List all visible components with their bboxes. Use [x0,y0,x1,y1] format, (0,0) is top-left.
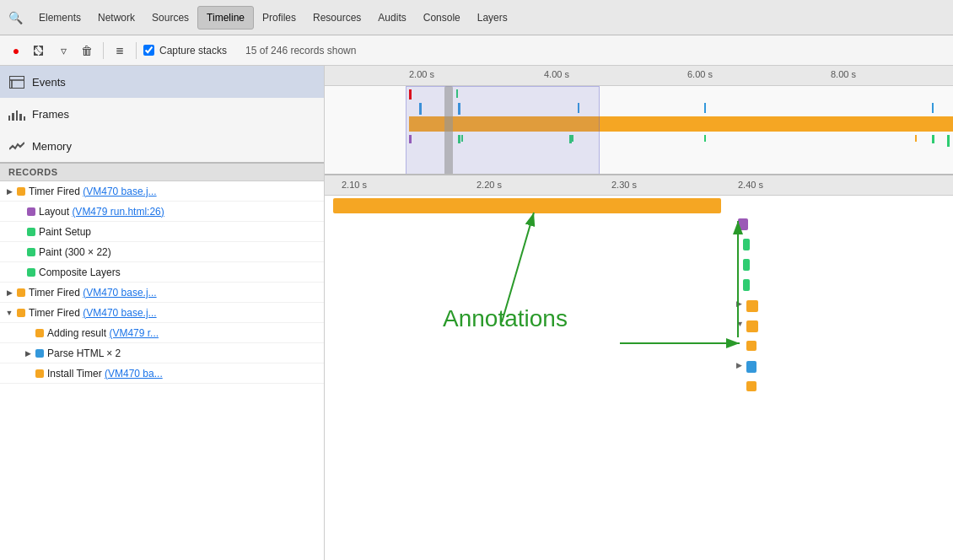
sidebar: Events Frames Me [0,66,325,560]
detail-dot-composite [743,279,750,291]
overview-content [325,86,953,175]
detail-bar-timer-2 [746,300,758,312]
frames-icon [8,105,25,122]
sidebar-memory[interactable]: Memory [0,130,324,162]
svg-line-4 [502,213,534,322]
ruler-mark-8s: 8.00 s [831,69,856,79]
ov-tick-green8 [947,135,950,147]
clear-button[interactable]: 🗑 [78,41,96,60]
timeline-area: 2.00 s 4.00 s 6.00 s 8.00 s [325,66,953,560]
record-color [27,207,35,216]
record-text: Timer Fired (VM470 base.j... [29,287,157,299]
record-row[interactable]: ▶ Parse HTML × 2 [0,343,324,363]
nav-timeline[interactable]: Timeline [197,6,254,30]
record-row[interactable]: ▶ Timer Fired (VM470 base.j... [0,283,324,303]
overview[interactable]: 2.00 s 4.00 s 6.00 s 8.00 s [325,66,953,175]
ov-tick-green6 [704,135,706,142]
separator-1 [103,42,104,59]
record-text: Layout (VM479 run.html:26) [39,206,164,218]
ov-scroll-handle[interactable] [444,86,453,175]
record-color [27,248,35,256]
records-header: RECORDS [0,164,324,181]
separator-2 [136,42,137,59]
detail-dot-layout [738,218,748,230]
detail-expand-arrow-2: ▼ [736,320,744,328]
toolbar: ● ⛞ ▿ 🗑 ≣ Capture stacks 15 of 246 recor… [0,35,953,66]
arrows-overlay [325,196,953,560]
record-color [27,268,35,277]
ov-tick-orange [915,135,917,142]
record-color [17,288,25,297]
sidebar-events[interactable]: Events [0,66,324,98]
detail-mark-220: 2.20 s [476,180,502,190]
record-color [17,309,25,317]
record-text: Install Timer (VM470 ba... [47,368,163,380]
capture-stacks-label: Capture stacks [159,45,227,57]
nav-network[interactable]: Network [89,7,143,29]
stop-button[interactable]: ⛞ [30,41,49,60]
detail-expand-arrow-1: ▶ [736,299,742,308]
detail-dot-adding-result [746,341,756,351]
capture-stacks-checkbox[interactable] [143,45,154,56]
ruler-mark-2s: 2.00 s [409,69,434,79]
frames-label: Frames [32,108,69,121]
expand-icon[interactable]: ▶ [5,187,13,196]
record-text: Adding result (VM479 r... [47,327,159,339]
flame-chart-button[interactable]: ≣ [110,41,129,60]
record-text: Parse HTML × 2 [47,347,121,359]
nav-audits[interactable]: Audits [369,7,414,29]
nav-profiles[interactable]: Profiles [254,7,304,29]
sidebar-frames[interactable]: Frames [0,98,324,130]
detail-mark-240: 2.40 s [738,180,763,190]
record-row[interactable]: ▶ Paint Setup [0,222,324,242]
main-area: Events Frames Me [0,66,953,560]
capture-stacks-control: Capture stacks [143,45,227,57]
memory-icon [8,137,25,154]
detail-dot-paint-setup [743,239,750,250]
detail-timeline[interactable]: ▶ ▼ ▶ Annotations [325,196,953,560]
nav-elements[interactable]: Elements [30,7,89,29]
record-row[interactable]: ▶ Adding result (VM479 r... [0,323,324,343]
record-row[interactable]: ▶ Timer Fired (VM470 base.j... [0,181,324,202]
record-text: Paint Setup [39,226,91,238]
top-nav: 🔍 Elements Network Sources Timeline Prof… [0,0,953,35]
search-icon[interactable]: 🔍 [7,9,24,26]
ruler-mark-4s: 4.00 s [544,69,569,79]
record-color [35,329,44,337]
nav-resources[interactable]: Resources [304,7,369,29]
record-row[interactable]: ▶ Layout (VM479 run.html:26) [0,202,324,222]
ov-tick-blue5 [932,103,934,113]
detail-dot-install-timer [746,381,756,391]
nav-console[interactable]: Console [415,7,469,29]
detail-dot-paint [743,259,750,271]
filter-button[interactable]: ▿ [54,41,73,60]
record-row[interactable]: ▶ Composite Layers [0,262,324,283]
detail-ruler: 2.10 s 2.20 s 2.30 s 2.40 s [325,175,953,196]
record-color [35,369,44,378]
record-text: Paint (300 × 22) [39,246,111,258]
ov-tick-blue4 [704,103,706,113]
record-row[interactable]: ▶ Paint (300 × 22) [0,242,324,262]
annotation-text: Annotations [443,305,568,332]
memory-label: Memory [32,140,72,153]
nav-layers[interactable]: Layers [469,7,516,29]
detail-dot-parse-html [746,361,756,373]
detail-mark-210: 2.10 s [342,180,367,190]
expand-icon[interactable]: ▶ [24,349,32,358]
record-color [35,349,44,358]
events-label: Events [32,76,66,89]
ruler-mark-6s: 6.00 s [687,69,713,79]
overview-ruler: 2.00 s 4.00 s 6.00 s 8.00 s [325,66,953,86]
record-row[interactable]: ▼ Timer Fired (VM470 base.j... [0,303,324,323]
expand-icon[interactable]: ▶ [5,288,13,297]
record-color [17,187,25,196]
ov-tick-green7 [932,135,934,143]
records-list: ▶ Timer Fired (VM470 base.j... ▶ Layout … [0,181,324,560]
records-info: 15 of 246 records shown [245,45,356,57]
expand-icon[interactable]: ▼ [5,309,13,317]
record-button[interactable]: ● [7,41,25,60]
nav-sources[interactable]: Sources [143,7,197,29]
record-text: Timer Fired (VM470 base.j... [29,307,157,319]
record-row[interactable]: ▶ Install Timer (VM470 ba... [0,363,324,384]
ov-selection[interactable] [406,86,600,175]
